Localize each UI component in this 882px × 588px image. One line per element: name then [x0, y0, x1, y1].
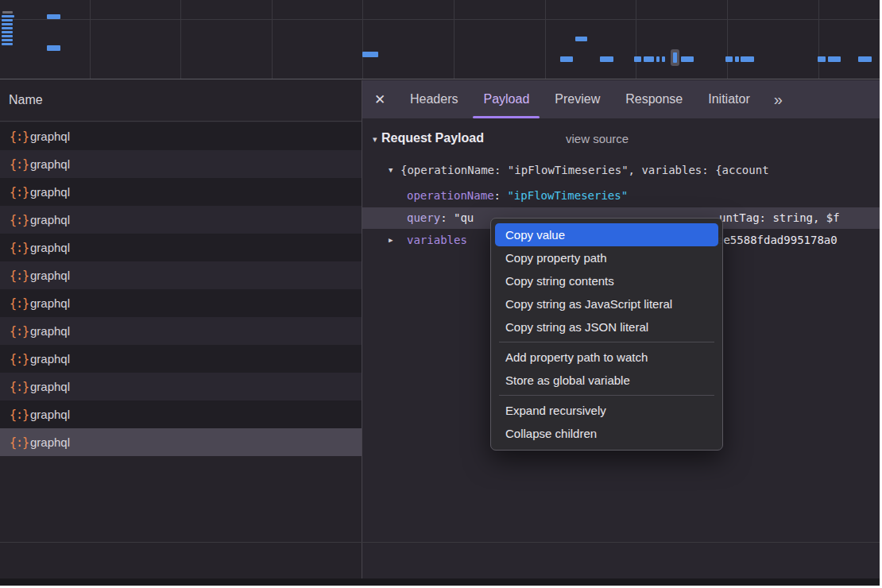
waterfall-bar[interactable]: [858, 56, 872, 62]
menu-separator: [499, 395, 714, 396]
waterfall-bar[interactable]: [644, 56, 654, 62]
waterfall-bar[interactable]: [2, 27, 13, 29]
waterfall-bar[interactable]: [2, 11, 13, 14]
tab-initiator[interactable]: Initiator: [695, 80, 762, 118]
waterfall-bar[interactable]: [681, 56, 694, 62]
waterfall-bar[interactable]: [828, 56, 841, 62]
tab-payload[interactable]: Payload: [470, 80, 542, 118]
timeline-gridline: [454, 0, 455, 79]
timeline-gridline: [272, 0, 273, 79]
section-collapse-icon[interactable]: ▾: [373, 134, 377, 145]
tab-response[interactable]: Response: [613, 80, 695, 118]
request-name: graphql: [30, 296, 70, 310]
waterfall-bar[interactable]: [600, 56, 613, 62]
variables-expand-icon[interactable]: ▶: [389, 230, 393, 251]
json-braces-icon: {:}: [10, 352, 30, 366]
payload-root-row[interactable]: ▼ {operationName: "ipFlowTimeseries", va…: [362, 160, 880, 181]
waterfall-bar[interactable]: [741, 56, 754, 62]
name-column-header[interactable]: Name: [0, 80, 362, 122]
waterfall-bar[interactable]: [362, 52, 378, 57]
close-detail-icon[interactable]: ✕: [362, 91, 397, 108]
detail-tab-bar: ✕ HeadersPayloadPreviewResponseInitiator…: [362, 80, 880, 118]
waterfall-bar[interactable]: [725, 56, 733, 62]
waterfall-bar[interactable]: [2, 31, 13, 33]
request-row[interactable]: {:}graphql: [0, 150, 362, 178]
panel-split-divider[interactable]: [362, 80, 362, 586]
payload-row-operation-name[interactable]: operationName: "ipFlowTimeseries": [362, 185, 880, 207]
request-row[interactable]: {:}graphql: [0, 178, 362, 206]
waterfall-bar[interactable]: [2, 19, 13, 21]
menu-item-copy-property-path[interactable]: Copy property path: [491, 246, 722, 269]
request-name: graphql: [30, 408, 70, 421]
menu-item-add-property-path-to-watch[interactable]: Add property path to watch: [491, 346, 722, 369]
property-value-right-fragment: untTag: string, $f: [719, 207, 840, 229]
request-row[interactable]: {:}graphql: [0, 428, 362, 456]
waterfall-bar[interactable]: [2, 23, 13, 25]
waterfall-bar[interactable]: [662, 56, 665, 62]
request-name: graphql: [30, 130, 70, 143]
request-row[interactable]: {:}graphql: [0, 317, 362, 345]
tab-label: Initiator: [708, 92, 749, 106]
timeline-gridline: [362, 0, 363, 79]
request-name: graphql: [30, 213, 70, 226]
menu-item-copy-string-contents[interactable]: Copy string contents: [491, 269, 722, 292]
view-source-link[interactable]: view source: [566, 132, 629, 145]
menu-item-copy-string-as-javascript-literal[interactable]: Copy string as JavaScript literal: [491, 292, 722, 315]
request-row[interactable]: {:}graphql: [0, 122, 362, 150]
menu-separator: [499, 342, 714, 342]
request-name: graphql: [30, 185, 70, 199]
json-braces-icon: {:}: [10, 380, 30, 394]
request-row[interactable]: {:}graphql: [0, 373, 362, 400]
menu-item-collapse-children[interactable]: Collapse children: [491, 422, 722, 445]
request-name: graphql: [30, 352, 70, 366]
timeline-gridline: [727, 0, 728, 79]
request-name: graphql: [30, 435, 70, 449]
tab-preview[interactable]: Preview: [542, 80, 613, 118]
more-tabs-icon[interactable]: »: [774, 91, 783, 109]
request-name: graphql: [30, 324, 70, 338]
property-key: operationName: [407, 189, 494, 202]
screenshot-stage: Name {:}graphql{:}graphql{:}graphql{:}gr…: [0, 0, 882, 588]
waterfall-bar[interactable]: [818, 56, 826, 62]
request-row[interactable]: {:}graphql: [0, 206, 362, 234]
root-collapse-icon[interactable]: ▼: [389, 160, 393, 181]
tab-headers[interactable]: Headers: [397, 80, 470, 118]
timeline-gridline: [0, 19, 880, 20]
json-braces-icon: {:}: [10, 296, 30, 311]
timeline-gridline: [818, 0, 819, 79]
property-key: variables: [407, 234, 467, 246]
waterfall-bar[interactable]: [47, 14, 60, 19]
request-row[interactable]: {:}graphql: [0, 289, 362, 317]
tab-label: Headers: [410, 92, 458, 106]
waterfall-bar[interactable]: [634, 56, 641, 62]
waterfall-bar[interactable]: [2, 39, 13, 41]
waterfall-bar[interactable]: [2, 43, 13, 45]
property-key: query: [407, 211, 440, 224]
menu-item-expand-recursively[interactable]: Expand recursively: [491, 399, 722, 422]
menu-item-copy-value[interactable]: Copy value: [495, 223, 718, 246]
tab-label: Response: [625, 92, 683, 106]
waterfall-bar[interactable]: [656, 56, 660, 62]
request-row[interactable]: {:}graphql: [0, 234, 362, 261]
request-row[interactable]: {:}graphql: [0, 400, 362, 428]
request-row[interactable]: {:}graphql: [0, 261, 362, 289]
menu-item-copy-string-as-json-literal[interactable]: Copy string as JSON literal: [491, 315, 722, 338]
request-row[interactable]: {:}graphql: [0, 345, 362, 373]
waterfall-bar[interactable]: [735, 56, 739, 62]
json-braces-icon: {:}: [10, 157, 30, 172]
waterfall-bar[interactable]: [2, 35, 13, 37]
hovered-request-marker[interactable]: [671, 49, 679, 66]
waterfall-bar[interactable]: [575, 37, 587, 41]
variables-preview-fragment: ee5588fdad995178a0: [717, 230, 838, 251]
tab-strip: HeadersPayloadPreviewResponseInitiator: [397, 80, 763, 118]
menu-item-store-as-global-variable[interactable]: Store as global variable: [491, 369, 722, 392]
footer-divider: [0, 542, 880, 543]
waterfall-bar[interactable]: [2, 15, 14, 17]
waterfall-bar[interactable]: [47, 45, 60, 51]
section-title: Request Payload: [381, 131, 484, 145]
network-overview-timeline[interactable]: [0, 0, 880, 79]
waterfall-bar[interactable]: [560, 56, 573, 62]
json-braces-icon: {:}: [10, 269, 30, 283]
context-menu: Copy valueCopy property pathCopy string …: [490, 218, 723, 451]
timeline-gridline: [180, 0, 181, 79]
